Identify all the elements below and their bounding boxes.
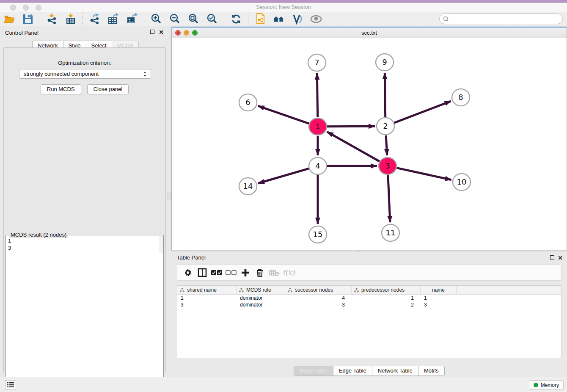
optimization-criterion-select[interactable]: strongly connected component xyxy=(19,69,151,79)
open-session-icon[interactable] xyxy=(3,13,16,25)
refresh-icon[interactable] xyxy=(230,13,242,25)
edge-1-2[interactable] xyxy=(327,126,375,127)
network-window-titlebar[interactable]: × − + scc.txt xyxy=(172,28,567,38)
float-panel-icon[interactable] xyxy=(150,30,154,35)
titlebar: Session: New Session xyxy=(0,3,567,12)
table-cell[interactable]: 3 xyxy=(285,301,352,308)
edge-3-11[interactable] xyxy=(388,175,390,222)
close-table-panel-icon[interactable]: ✕ xyxy=(558,255,563,260)
deselect-all-unchecked-icon[interactable] xyxy=(224,266,238,279)
table-cell[interactable]: 2 xyxy=(352,301,421,308)
node-15[interactable]: 15 xyxy=(309,226,327,243)
svg-text:15: 15 xyxy=(313,230,323,239)
table-cell[interactable]: 3 xyxy=(177,301,237,308)
node-9[interactable]: 9 xyxy=(376,54,394,71)
mcds-tab-content: Optimization criterion: strongly connect… xyxy=(3,47,166,373)
node-4[interactable]: 4 xyxy=(309,157,327,174)
select-all-checked-icon[interactable] xyxy=(209,266,224,279)
run-mcds-button[interactable]: Run MCDS xyxy=(41,84,81,94)
edge-1-6[interactable] xyxy=(258,106,309,124)
edge-2-9[interactable] xyxy=(385,73,385,117)
table-settings-gear-icon[interactable] xyxy=(181,266,195,279)
panel-splitter-handle[interactable] xyxy=(168,193,171,200)
zoom-selected-icon[interactable] xyxy=(206,13,218,25)
memory-status-dot xyxy=(534,383,538,387)
show-columns-icon[interactable] xyxy=(195,266,209,279)
node-1[interactable]: 1 xyxy=(309,118,327,135)
zoom-in-icon[interactable] xyxy=(150,13,162,25)
memory-button[interactable]: Memory xyxy=(529,380,564,390)
task-history-button[interactable] xyxy=(5,380,16,389)
edge-3-1[interactable] xyxy=(327,132,380,161)
zoom-out-icon[interactable] xyxy=(168,13,181,25)
cyndex-home-icon[interactable] xyxy=(272,13,285,25)
node-2[interactable]: 2 xyxy=(377,118,394,135)
float-table-panel-icon[interactable] xyxy=(550,255,554,260)
table-cell[interactable]: 3 xyxy=(421,301,457,308)
close-panel-icon[interactable]: ✕ xyxy=(159,30,164,35)
hierarchy-icon xyxy=(239,288,244,293)
delete-table-icon[interactable] xyxy=(267,266,281,279)
result-scrollbar[interactable] xyxy=(159,236,163,253)
table-panel-title: Table Panel xyxy=(177,254,206,261)
edge-2-3[interactable] xyxy=(386,135,387,155)
column-header-shared-name[interactable]: shared name xyxy=(177,286,237,294)
zoom-fit-icon[interactable] xyxy=(187,13,200,25)
tab-network-table[interactable]: Network Table xyxy=(372,366,418,376)
edge-2-8[interactable] xyxy=(394,101,451,123)
table-row[interactable]: 1dominator411 xyxy=(177,295,561,301)
table-cell[interactable]: dominator xyxy=(237,301,285,308)
node-11[interactable]: 11 xyxy=(382,224,399,241)
svg-text:2: 2 xyxy=(383,121,388,130)
column-header-name[interactable]: name xyxy=(421,286,457,294)
session-title: Session: New Session xyxy=(0,4,567,10)
import-table-icon[interactable] xyxy=(64,13,77,25)
table-cell[interactable]: 1 xyxy=(177,295,237,301)
svg-text:14: 14 xyxy=(243,182,253,190)
table-cell[interactable]: dominator xyxy=(237,295,285,301)
close-panel-button[interactable]: Close panel xyxy=(87,84,129,94)
export-table-icon[interactable] xyxy=(107,13,120,25)
export-network-icon[interactable] xyxy=(88,13,101,25)
export-image-icon[interactable] xyxy=(126,13,138,25)
node-7[interactable]: 7 xyxy=(308,54,326,71)
network-canvas[interactable]: 7968124314101511 xyxy=(172,38,567,250)
table-row[interactable]: 3dominator323 xyxy=(177,301,561,308)
network-graph[interactable]: 7968124314101511 xyxy=(172,38,567,250)
tab-motifs[interactable]: Motifs xyxy=(418,366,445,376)
search-input[interactable] xyxy=(451,16,562,22)
toolbar-search[interactable] xyxy=(439,14,563,24)
control-panel-header: Control Panel ✕ xyxy=(0,26,169,38)
network-file-icon[interactable] xyxy=(254,13,267,25)
node-3[interactable]: 3 xyxy=(379,157,396,174)
edge-3-10[interactable] xyxy=(396,168,451,180)
edge-1-7[interactable] xyxy=(317,73,317,117)
column-header-successor-nodes[interactable]: successor nodes xyxy=(285,286,352,294)
node-14[interactable]: 14 xyxy=(239,178,257,195)
import-network-icon[interactable] xyxy=(46,13,58,25)
table-cell[interactable]: 1 xyxy=(421,295,457,301)
node-6[interactable]: 6 xyxy=(239,94,257,111)
hide-panel-eye-icon[interactable] xyxy=(310,13,322,25)
column-header-predecessor-nodes[interactable]: predecessor nodes xyxy=(352,286,421,294)
mcds-result-list[interactable]: 1 3 xyxy=(8,237,11,251)
column-header-MCDS-role[interactable]: MCDS role xyxy=(237,286,285,294)
node-8[interactable]: 8 xyxy=(452,89,470,106)
save-session-icon[interactable] xyxy=(22,13,34,25)
table-panel-tabs: Node TableEdge TableNetwork TableMotifs xyxy=(171,366,567,376)
node-10[interactable]: 10 xyxy=(453,174,471,190)
toolbar-separator xyxy=(224,12,224,26)
svg-text:7: 7 xyxy=(314,58,319,67)
control-panel: Control Panel ✕ NetworkStyleSelectMCDS O… xyxy=(0,26,169,376)
table-cell[interactable]: 1 xyxy=(352,295,421,301)
tab-node-table[interactable]: Node Table xyxy=(294,366,333,376)
table-cell[interactable]: 4 xyxy=(285,295,352,301)
vizmapper-icon[interactable] xyxy=(291,13,304,25)
add-column-icon[interactable] xyxy=(238,266,253,279)
delete-column-trash-icon[interactable] xyxy=(253,266,267,279)
function-builder-fx-icon[interactable]: f(x) xyxy=(281,266,296,279)
tab-edge-table[interactable]: Edge Table xyxy=(333,366,372,376)
chevron-up-down-icon xyxy=(143,71,147,77)
node-table[interactable]: shared nameMCDS rolesuccessor nodesprede… xyxy=(177,285,561,358)
edge-4-14[interactable] xyxy=(258,168,309,183)
